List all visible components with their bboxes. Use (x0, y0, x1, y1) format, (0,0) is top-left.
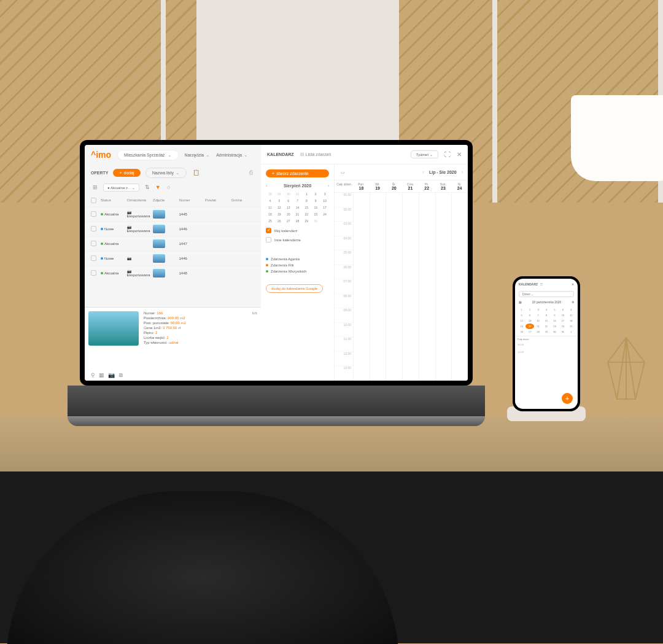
phone-add-fab[interactable]: + (562, 393, 573, 404)
oferty-label: OFERTY (91, 171, 108, 175)
close-icon[interactable]: ✕ (457, 151, 462, 158)
table-row[interactable]: Nowe 📷 Eksportowana 1446 (85, 221, 261, 236)
event-list-link[interactable]: ☷ Lista zdarzeń (300, 152, 332, 157)
create-event-button[interactable]: + stwórz zdarzenie (266, 169, 329, 177)
next-month-icon[interactable]: › (328, 184, 329, 188)
my-calendar-checkbox[interactable]: Mój kalendarz (266, 228, 329, 233)
thumbnail (153, 269, 165, 277)
week-header: Cały dzień Pon.18 Wt.19 Śr.20 Czw.21 Pt.… (335, 180, 468, 193)
other-calendars-checkbox[interactable]: Inne kalendarze (266, 237, 329, 242)
nav-admin[interactable]: Administracja⌄ (216, 152, 248, 158)
phone: KALENDARZ ☷ ✕ Dzień ⌄ ▦ 20 października … (513, 276, 580, 411)
col-zdjecie[interactable]: Zdjęcie (153, 198, 177, 202)
calendar-main: ▭ ‹ Lip - Sie 2020 › Cały dzień Pon.18 W… (335, 165, 468, 381)
app-window: ^imo Mieszkania Sprzedaż⌄ Narzędzia⌄ Adm… (85, 145, 468, 381)
table-row[interactable]: Aktualna 📷 Eksportowana 1448 (85, 265, 261, 280)
header-bar: ^imo Mieszkania Sprzedaż⌄ Narzędzia⌄ Adm… (85, 145, 261, 165)
lamp (571, 95, 663, 181)
location-icon[interactable]: ⚲ (91, 372, 95, 378)
col-powiat[interactable]: Powiat (205, 198, 229, 202)
row-checkbox[interactable] (91, 270, 96, 276)
phone-mini-calendar[interactable]: 1234564 567891011 12131415161718 1920212… (515, 306, 578, 336)
detail-image (88, 311, 139, 346)
row-checkbox[interactable] (91, 226, 96, 231)
prev-month-icon[interactable]: ‹ (266, 184, 267, 188)
row-checkbox[interactable] (91, 241, 96, 246)
calendar-title: KALENDARZ (267, 152, 294, 157)
clear-icon[interactable]: ○ (165, 183, 173, 192)
phone-period-select[interactable]: Dzień ⌄ (519, 291, 574, 297)
logo: ^imo (91, 150, 111, 160)
select-all-checkbox[interactable] (91, 198, 96, 203)
time-grid[interactable]: 01:0002:0003:0004:0005:0006:0007:0008:00… (335, 193, 468, 381)
row-checkbox[interactable] (91, 255, 96, 261)
thumbnail (153, 239, 165, 248)
data-table: Status Oznaczenia Zdjęcie Numer Powiat G… (85, 194, 261, 307)
phone-cal-title: KALENDARZ (519, 282, 538, 286)
date-range: Lip - Sie 2020 (429, 170, 457, 174)
detail-icons: ⚲ ▦ 📷 🗎 (91, 372, 124, 378)
expand-icon[interactable]: ⛶ (444, 151, 451, 158)
phone-app: KALENDARZ ☷ ✕ Dzień ⌄ ▦ 20 października … (515, 279, 578, 409)
table-row[interactable]: Nowe 📷 1446 (85, 250, 261, 265)
col-oznaczenia[interactable]: Oznaczenia (127, 198, 151, 202)
cal-icon[interactable]: ▦ (519, 300, 522, 304)
col-numer[interactable]: Numer (179, 198, 203, 202)
cal-icon[interactable]: ▦ (99, 372, 104, 378)
left-pane: ^imo Mieszkania Sprzedaż⌄ Narzędzia⌄ Adm… (85, 145, 261, 381)
calendar-header: KALENDARZ ☷ Lista zdarzeń Tydzień ⌄ ⛶ ✕ (261, 145, 468, 165)
list-icon[interactable]: ☷ (540, 282, 543, 286)
col-gmina[interactable]: Gmina (231, 198, 255, 202)
category-dropdown[interactable]: Mieszkania Sprzedaż⌄ (117, 150, 179, 160)
thumbnail (153, 210, 165, 219)
next-week-icon[interactable]: › (462, 170, 463, 174)
right-pane: KALENDARZ ☷ Lista zdarzeń Tydzień ⌄ ⛶ ✕ … (261, 145, 468, 381)
mini-month-label: Sierpień 2020 (284, 184, 311, 188)
detail-panel: Numer: 166 Powierzchnia: 200,00 m2 Pow. … (85, 307, 261, 381)
funnel-icon[interactable]: ▼ (155, 184, 161, 190)
doc-icon[interactable]: 🗎 (118, 372, 124, 378)
view-toggle-icon[interactable]: ▭ (341, 170, 345, 175)
toolbar: OFERTY + dodaj Nazwa listy⌄ 📋 ⎙ (85, 165, 261, 180)
calendar-legend: Zdarzenia Agenta Zdarzenia Filii Zdarzen… (266, 257, 329, 273)
filter-dropdown[interactable]: ● Aktualna z... ⌄ (103, 184, 139, 192)
table-row[interactable]: Aktualna 1447 (85, 236, 261, 250)
phone-date: 20 października 2020 (532, 300, 562, 304)
thumbnail (153, 225, 165, 233)
prev-week-icon[interactable]: ‹ (423, 170, 424, 174)
laptop: ^imo Mieszkania Sprzedaż⌄ Narzędzia⌄ Adm… (68, 140, 485, 435)
geometric-decor (602, 332, 651, 417)
period-select[interactable]: Tydzień ⌄ (411, 150, 438, 158)
sort-icon[interactable]: ⇅ (143, 183, 152, 192)
table-head: Status Oznaczenia Zdjęcie Numer Powiat G… (85, 194, 261, 206)
add-google-button[interactable]: dodaj do kalendarza Google (266, 284, 323, 293)
row-checkbox[interactable] (91, 211, 96, 217)
settings-icon[interactable]: ⚙ (572, 300, 574, 304)
thumbnail (153, 254, 165, 263)
phone-close-icon[interactable]: ✕ (572, 282, 574, 286)
calendar-sidebar: + stwórz zdarzenie ‹ Sierpień 2020 › 282… (261, 165, 335, 381)
laptop-base (68, 416, 485, 426)
filter-row: ⊞ ● Aktualna z... ⌄ ⇅ ▼ ○ (85, 180, 261, 194)
table-row[interactable]: Aktualna 📷 Eksportowana 1445 (85, 206, 261, 221)
add-button[interactable]: + dodaj (113, 169, 140, 177)
grid-view-icon[interactable]: ⊞ (91, 183, 99, 192)
detail-count: 6/6 (252, 311, 257, 377)
clipboard-icon[interactable]: 📋 (192, 168, 200, 177)
cam-icon[interactable]: 📷 (108, 372, 115, 378)
print-icon[interactable]: ⎙ (246, 168, 255, 177)
list-name-dropdown[interactable]: Nazwa listy⌄ (145, 168, 187, 178)
laptop-keyboard (68, 386, 485, 416)
col-status[interactable]: Status (101, 198, 125, 202)
mini-calendar[interactable]: 28293031123 45678910 11121314151617 1819… (266, 191, 329, 224)
nav-tools[interactable]: Narzędzia⌄ (185, 152, 211, 158)
